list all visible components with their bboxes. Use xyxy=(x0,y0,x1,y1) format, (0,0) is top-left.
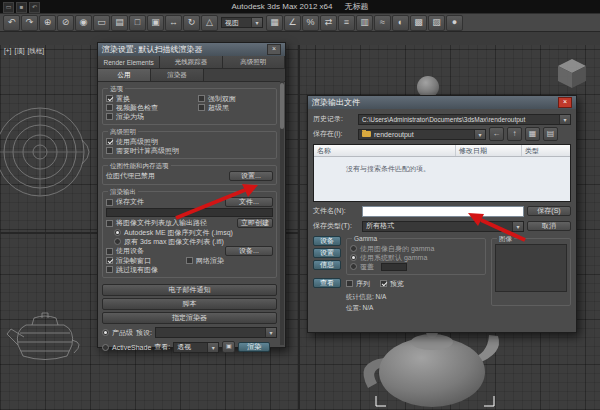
window-crossing-icon[interactable]: ▣ xyxy=(147,15,164,31)
save-file-icon[interactable]: ■ xyxy=(16,2,27,13)
checkbox-box[interactable] xyxy=(346,280,353,287)
rotate-icon[interactable]: ↻ xyxy=(183,15,200,31)
move-icon[interactable]: ↔ xyxy=(165,15,182,31)
close-icon[interactable]: × xyxy=(267,44,281,55)
mirror-icon[interactable]: ⇄ xyxy=(320,15,337,31)
render-setup-icon[interactable]: ▩ xyxy=(410,15,427,31)
cancel-button[interactable]: 取消 xyxy=(527,221,571,231)
save-file-checkbox[interactable]: 保存文件 xyxy=(106,198,144,207)
save-type-dropdown[interactable]: 所有格式 ▾ xyxy=(362,221,524,232)
checkbox-box[interactable] xyxy=(106,248,113,255)
output-path-field[interactable] xyxy=(106,208,273,217)
tab-advanced-lighting[interactable]: 高级照明 xyxy=(223,56,285,68)
rollout-email-notifications[interactable]: 电子邮件通知 xyxy=(102,284,277,296)
column-name[interactable]: 名称 xyxy=(314,145,456,156)
render-button[interactable]: 渲染 xyxy=(238,342,270,352)
back-icon[interactable]: ← xyxy=(489,127,504,141)
view-menu-icon[interactable]: ▤ xyxy=(543,127,558,141)
radio-box[interactable] xyxy=(102,344,109,351)
create-now-button[interactable]: 立即创建 xyxy=(237,218,273,228)
save-button[interactable]: 保存(S) xyxy=(527,206,571,216)
render-production-icon[interactable]: ● xyxy=(446,15,463,31)
ifl-radio[interactable]: 原有 3ds max 图像文件列表 (.ifl) xyxy=(114,237,273,246)
checkbox-box[interactable] xyxy=(186,257,193,264)
gamma-override-radio[interactable]: 覆盖 xyxy=(350,262,482,271)
super-black-checkbox[interactable]: 超级黑 xyxy=(198,103,229,112)
viewport-menu-button[interactable]: [+] xyxy=(4,47,11,56)
viewport-divider-vertical[interactable] xyxy=(298,45,300,410)
radio-box[interactable] xyxy=(114,229,121,236)
unlink-icon[interactable]: ⊘ xyxy=(57,15,74,31)
scrollbar-thumb[interactable] xyxy=(280,83,284,129)
radio-box[interactable] xyxy=(350,254,357,261)
checkbox-box[interactable] xyxy=(106,113,113,120)
checkbox-box[interactable] xyxy=(106,104,113,111)
production-radio[interactable]: 产品级 xyxy=(102,328,133,337)
viewport-view-button[interactable]: [顶] xyxy=(14,47,24,56)
column-type[interactable]: 类型 xyxy=(522,145,570,156)
skip-existing-checkbox[interactable]: 跳过现有图像 xyxy=(106,265,273,274)
radio-box[interactable] xyxy=(350,245,357,252)
radio-box[interactable] xyxy=(350,263,357,270)
sequence-checkbox[interactable]: 序列 xyxy=(346,279,370,288)
preset-dropdown[interactable]: ▾ xyxy=(155,327,277,338)
select-object-icon[interactable]: ▭ xyxy=(93,15,110,31)
checkbox-box[interactable] xyxy=(106,220,113,227)
devices-button[interactable]: 设备... xyxy=(225,246,273,256)
checkbox-box[interactable] xyxy=(198,104,205,111)
tab-renderer[interactable]: 渲染器 xyxy=(151,69,204,81)
viewport-lock-icon[interactable]: ▣ xyxy=(222,341,235,353)
output-dialog-titlebar[interactable]: 渲染输出文件 × xyxy=(308,96,576,109)
open-file-icon[interactable]: ▭ xyxy=(3,2,14,13)
rendered-frame-icon[interactable]: ▨ xyxy=(428,15,445,31)
undo-icon[interactable]: ↶ xyxy=(3,15,20,31)
save-in-dropdown[interactable]: renderoutput ▾ xyxy=(358,129,486,140)
compute-advanced-lighting-checkbox[interactable]: 需要时计算高级照明 xyxy=(106,146,273,155)
tab-render-elements[interactable]: Render Elements xyxy=(98,56,160,68)
tab-common[interactable]: 公用 xyxy=(98,69,151,81)
redo-icon[interactable]: ↷ xyxy=(21,15,38,31)
tab-raytracer[interactable]: 光线跟踪器 xyxy=(160,56,222,68)
column-date-modified[interactable]: 修改日期 xyxy=(456,145,522,156)
checkbox-box[interactable] xyxy=(106,138,113,145)
setup-button[interactable]: 设置 xyxy=(313,248,341,258)
radio-box[interactable] xyxy=(102,329,109,336)
view-file-button[interactable]: 查看 xyxy=(313,278,341,288)
checkbox-box[interactable] xyxy=(380,280,387,287)
net-render-checkbox[interactable]: 网络渲染 xyxy=(186,256,224,265)
select-by-name-icon[interactable]: ▤ xyxy=(111,15,128,31)
info-button[interactable]: 信息 xyxy=(313,260,341,270)
up-one-level-icon[interactable]: ↑ xyxy=(507,127,522,141)
bitmap-setup-button[interactable]: 设置... xyxy=(229,171,273,181)
angle-snap-icon[interactable]: ∠ xyxy=(284,15,301,31)
render-to-fields-checkbox[interactable]: 渲染为场 xyxy=(106,112,273,121)
scale-icon[interactable]: △ xyxy=(201,15,218,31)
new-folder-icon[interactable]: ▦ xyxy=(525,127,540,141)
dialog-scrollbar[interactable] xyxy=(280,81,284,345)
activeshade-radio[interactable]: ActiveShade xyxy=(102,343,151,352)
checkbox-box[interactable] xyxy=(106,266,113,273)
select-link-icon[interactable]: ⊕ xyxy=(39,15,56,31)
render-setup-titlebar[interactable]: 渲染设置: 默认扫描线渲染器 × xyxy=(98,43,285,56)
layer-manager-icon[interactable]: ▥ xyxy=(356,15,373,31)
snap-toggle-icon[interactable]: ▦ xyxy=(266,15,283,31)
curve-editor-icon[interactable]: ≈ xyxy=(374,15,391,31)
checkbox-box[interactable] xyxy=(106,95,113,102)
preview-checkbox[interactable]: 预览 xyxy=(380,279,404,288)
viewport-shading-button[interactable]: [线框] xyxy=(28,47,45,56)
checkbox-box[interactable] xyxy=(106,147,113,154)
material-editor-icon[interactable]: ◐ xyxy=(392,15,409,31)
align-icon[interactable]: ≡ xyxy=(338,15,355,31)
rectangular-region-icon[interactable]: □ xyxy=(129,15,146,31)
checkbox-box[interactable] xyxy=(106,199,113,206)
view-dropdown[interactable]: 透视 ▾ xyxy=(173,342,219,353)
reference-coordinate-dropdown[interactable]: 视图 ▾ xyxy=(221,17,263,28)
devices-button[interactable]: 设备 xyxy=(313,236,341,246)
rollout-scripts[interactable]: 脚本 xyxy=(102,298,277,310)
radio-box[interactable] xyxy=(114,238,121,245)
rollout-assign-renderer[interactable]: 指定渲染器 xyxy=(102,312,277,324)
gamma-override-field[interactable] xyxy=(381,263,407,271)
undo-icon[interactable]: ↶ xyxy=(29,2,40,13)
percent-snap-icon[interactable]: % xyxy=(302,15,319,31)
file-list[interactable]: 名称 修改日期 类型 没有与搜索条件匹配的项。 xyxy=(313,144,571,202)
